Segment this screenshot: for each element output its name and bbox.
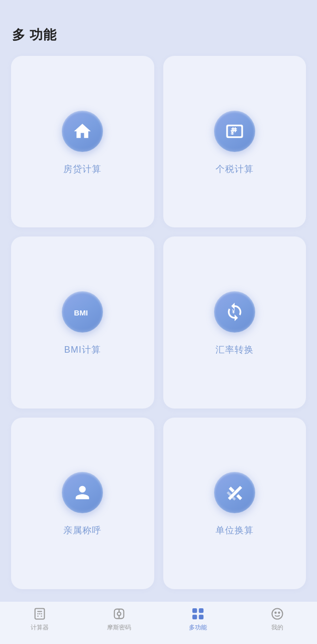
svg-point-11	[117, 612, 121, 616]
nav-multifunction[interactable]: 多功能	[159, 607, 238, 632]
page-title: 多 功能	[0, 0, 317, 56]
tax-icon: ¥	[225, 121, 245, 141]
svg-text:¥: ¥	[232, 308, 235, 314]
nav-morse-label: 摩斯密码	[107, 623, 131, 632]
nav-mine-label: 我的	[271, 623, 283, 632]
person-icon	[72, 482, 92, 503]
kinship-label: 亲属称呼	[63, 524, 101, 536]
title-icon: 多	[12, 27, 26, 42]
svg-rect-16	[193, 615, 197, 619]
svg-rect-14	[193, 609, 197, 613]
svg-point-18	[272, 609, 283, 619]
kinship-icon-circle	[62, 472, 103, 513]
nav-multifunction-label: 多功能	[189, 623, 207, 632]
exchange-icon: ¥	[225, 302, 245, 322]
morse-icon	[112, 607, 126, 621]
svg-point-20	[278, 612, 279, 613]
bmi-card[interactable]: BMI BMI计算	[11, 236, 154, 408]
ruler-icon	[225, 482, 245, 503]
tax-card[interactable]: ¥ 个税计算	[163, 56, 306, 227]
unit-label: 单位换算	[216, 524, 254, 536]
bmi-label: BMI计算	[64, 344, 101, 356]
exchange-card[interactable]: ¥ 汇率转换	[163, 236, 306, 408]
home-icon	[72, 121, 92, 141]
mortgage-card[interactable]: 房贷计算	[11, 56, 154, 227]
feature-grid: 房贷计算 ¥ 个税计算 BMI BMI计算 ¥ 汇率转换	[0, 56, 317, 589]
unit-card[interactable]: 单位换算	[163, 418, 306, 589]
exchange-label: 汇率转换	[216, 344, 254, 356]
nav-calculator[interactable]: 计算器	[0, 607, 79, 632]
mortgage-label: 房贷计算	[63, 163, 101, 175]
grid-icon	[191, 607, 205, 621]
exchange-icon-circle: ¥	[214, 291, 255, 333]
calc-icon	[33, 607, 47, 621]
nav-calculator-label: 计算器	[31, 623, 49, 632]
nav-mine[interactable]: 我的	[238, 607, 317, 632]
kinship-card[interactable]: 亲属称呼	[11, 418, 154, 589]
bmi-icon-circle: BMI	[62, 291, 103, 333]
unit-icon-circle	[214, 472, 255, 513]
bottom-nav: 计算器 摩斯密码 多功能 我的	[0, 601, 317, 644]
nav-morse[interactable]: 摩斯密码	[79, 607, 159, 632]
svg-text:¥: ¥	[230, 128, 234, 136]
mortgage-icon-circle	[62, 111, 103, 152]
svg-point-19	[275, 612, 276, 613]
tax-label: 个税计算	[216, 163, 254, 175]
tax-icon-circle: ¥	[214, 111, 255, 152]
face-icon	[270, 607, 284, 621]
svg-rect-15	[199, 609, 203, 613]
svg-text:BMI: BMI	[74, 308, 88, 317]
svg-rect-17	[199, 615, 203, 619]
bmi-icon: BMI	[72, 302, 92, 322]
